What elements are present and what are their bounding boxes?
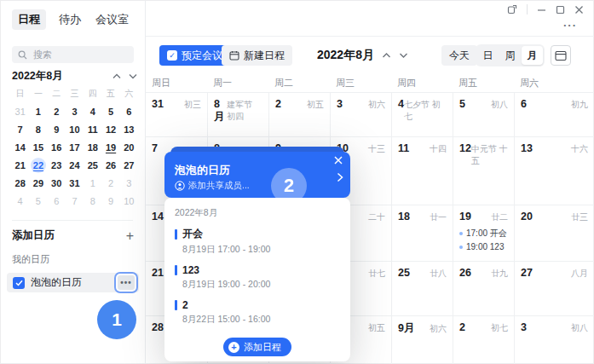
popup-event[interactable]: 1238月19日 19:00 - 20:00	[175, 264, 340, 291]
mini-day[interactable]: 1	[29, 102, 47, 120]
grid-cell[interactable]: 11十四	[391, 136, 453, 205]
mini-day[interactable]: 24	[66, 156, 84, 174]
mini-day[interactable]: 31	[66, 174, 84, 192]
mini-day[interactable]: 5	[29, 192, 47, 210]
more-options-icon[interactable]: ···	[563, 19, 577, 32]
mini-day[interactable]: 8	[84, 192, 101, 210]
view-tab-day[interactable]: 日	[477, 46, 499, 65]
mini-day[interactable]: 30	[48, 174, 66, 192]
minimize-icon[interactable]	[537, 5, 546, 14]
view-tab-week[interactable]: 周	[499, 46, 521, 65]
mini-day[interactable]: 8	[29, 120, 47, 138]
mini-day[interactable]: 1	[84, 174, 101, 192]
mini-day[interactable]: 4	[84, 102, 101, 120]
mini-day[interactable]: 9	[101, 192, 119, 210]
mini-day[interactable]: 7	[66, 192, 84, 210]
calendar-checkbox[interactable]	[13, 277, 25, 289]
mini-day[interactable]: 11	[84, 120, 101, 138]
mini-day[interactable]: 6	[120, 102, 138, 120]
search-input[interactable]	[32, 49, 128, 61]
event-color-bar	[175, 300, 177, 310]
grid-cell[interactable]: 27八月	[514, 261, 594, 315]
grid-cell[interactable]: 26廿九	[453, 261, 514, 315]
popup-event[interactable]: 28月22日 15:00 - 16:00	[175, 299, 340, 326]
grid-cell-day: 5	[459, 98, 465, 110]
mini-day[interactable]: 23	[48, 156, 66, 174]
new-event-button[interactable]: 新建日程	[222, 45, 292, 66]
grid-cell[interactable]: 4七夕节 初七	[391, 92, 453, 136]
mini-day[interactable]: 27	[120, 156, 138, 174]
tab-meeting-rooms[interactable]: 会议室	[94, 9, 130, 30]
mini-day[interactable]: 10	[66, 120, 84, 138]
grid-cell[interactable]: 8月建军节 初四	[207, 92, 268, 136]
grid-cell[interactable]: 5初八	[453, 92, 514, 136]
tab-todo[interactable]: 待办	[57, 9, 83, 30]
mini-day[interactable]: 25	[84, 156, 101, 174]
grid-cell[interactable]: 9月初六	[391, 315, 453, 364]
mini-day[interactable]: 22	[29, 156, 47, 174]
mini-day[interactable]: 19	[101, 138, 119, 156]
mini-day[interactable]: 28	[11, 174, 29, 192]
mini-day[interactable]: 2	[48, 102, 66, 120]
mini-day[interactable]: 12	[101, 120, 119, 138]
mini-day[interactable]: 13	[120, 120, 138, 138]
mini-prev-month-icon[interactable]	[112, 73, 121, 79]
mini-day[interactable]: 29	[29, 174, 47, 192]
popout-icon[interactable]	[507, 4, 517, 14]
grid-cell[interactable]: 2初五	[268, 92, 330, 136]
mini-day[interactable]: 18	[84, 138, 101, 156]
layout-view-button[interactable]	[551, 45, 571, 66]
grid-cell[interactable]: 19廿二17:00 开会19:00 123	[453, 205, 514, 261]
mini-day[interactable]: 9	[48, 120, 66, 138]
mini-day[interactable]: 2	[101, 174, 119, 192]
grid-cell[interactable]: 18廿一	[391, 205, 453, 261]
tutorial-step-1-badge: 1	[97, 300, 136, 339]
grid-cell[interactable]: 31初三	[146, 92, 207, 136]
view-tab-month[interactable]: 月	[522, 46, 543, 65]
search-box[interactable]	[12, 46, 134, 63]
grid-cell[interactable]: 3初六	[330, 92, 391, 136]
popup-next-icon[interactable]	[337, 172, 343, 182]
grid-weekday-label: 周四	[391, 74, 453, 92]
add-members-link[interactable]: 添加共享成员...	[175, 180, 250, 192]
grid-cell[interactable]: 25廿八	[391, 261, 453, 315]
grid-cell[interactable]: 2初七	[453, 315, 514, 364]
mini-day[interactable]: 3	[120, 174, 138, 192]
prev-month-icon[interactable]	[382, 52, 391, 59]
grid-cell[interactable]: 20廿三	[514, 205, 594, 261]
popup-close-icon[interactable]	[334, 156, 343, 165]
mini-day[interactable]: 10	[120, 192, 138, 210]
mini-day[interactable]: 21	[11, 156, 29, 174]
maximize-icon[interactable]	[556, 5, 565, 14]
mini-day[interactable]: 4	[11, 192, 29, 210]
mini-day[interactable]: 15	[29, 138, 47, 156]
add-event-button[interactable]: + 添加日程	[223, 338, 291, 356]
mini-day[interactable]: 7	[11, 120, 29, 138]
mini-day[interactable]: 31	[11, 102, 29, 120]
book-meeting-button[interactable]: ✓ 预定会议	[159, 45, 230, 66]
cell-event[interactable]: 19:00 123	[459, 242, 508, 251]
mini-day[interactable]: 20	[120, 138, 138, 156]
mini-day[interactable]: 6	[48, 192, 66, 210]
grid-cell[interactable]: 6初九	[514, 92, 594, 136]
mini-day[interactable]: 16	[48, 138, 66, 156]
mini-day[interactable]: 3	[66, 102, 84, 120]
next-month-icon[interactable]	[399, 52, 408, 59]
mini-day[interactable]: 26	[101, 156, 119, 174]
grid-cell[interactable]: 13十六	[514, 136, 594, 205]
calendar-list-item[interactable]: 泡泡的日历 •••	[7, 273, 139, 292]
mini-next-month-icon[interactable]	[129, 73, 137, 79]
calendar-more-button[interactable]: •••	[118, 275, 135, 290]
close-icon[interactable]	[574, 5, 584, 14]
mini-day[interactable]: 17	[66, 138, 84, 156]
today-button[interactable]: 今天	[441, 45, 477, 66]
grid-cell[interactable]: 3初八	[514, 315, 594, 364]
popup-event[interactable]: 开会8月19日 17:00 - 19:00	[175, 227, 340, 256]
add-calendar-plus-icon[interactable]: +	[126, 230, 134, 242]
grid-cell[interactable]: 12中元节 十五	[453, 136, 514, 205]
tab-schedule[interactable]: 日程	[12, 9, 46, 30]
mini-day[interactable]: 5	[101, 102, 119, 120]
grid-cell-lunar: 廿八	[430, 268, 447, 280]
mini-day[interactable]: 14	[11, 138, 29, 156]
cell-event[interactable]: 17:00 开会	[459, 228, 508, 240]
